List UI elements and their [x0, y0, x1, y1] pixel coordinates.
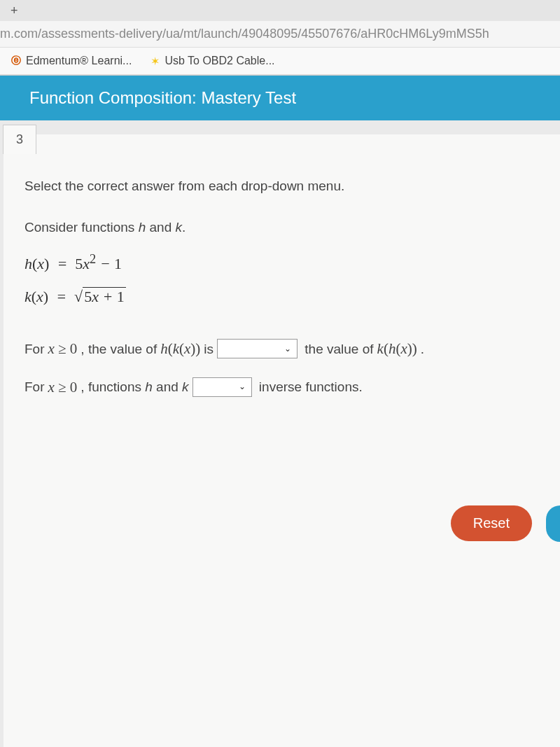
text-inverse: inverse functions. [255, 372, 363, 402]
new-tab-icon[interactable]: + [4, 4, 25, 18]
bookmark-label: Edmentum® Learni... [26, 55, 132, 67]
browser-tab-bar: + [0, 0, 560, 21]
url-text: m.com/assessments-delivery/ua/mt/launch/… [0, 27, 560, 41]
consider-text: Consider functions h and k. [24, 218, 539, 238]
answer-line-2: For x ≥ 0 , functions h and k ⌄ inverse … [24, 371, 539, 403]
bookmark-edmentum[interactable]: ⓔ Edmentum® Learni... [10, 55, 132, 67]
page-header: Function Composition: Mastery Test [0, 76, 560, 120]
next-button[interactable] [546, 505, 560, 542]
answer-block: For x ≥ 0 , the value of h(k(x)) is ⌄ th… [24, 333, 539, 403]
url-bar[interactable]: m.com/assessments-delivery/ua/mt/launch/… [0, 21, 560, 48]
text-for: For [24, 335, 45, 364]
expr-khx: k(h(x)) [377, 333, 417, 365]
walmart-icon: ✶ [149, 55, 160, 67]
bookmarks-bar: ⓔ Edmentum® Learni... ✶ Usb To OBD2 Cabl… [0, 48, 560, 75]
condition-1: x ≥ 0 [48, 333, 78, 365]
question-number-tab: 3 [3, 125, 36, 154]
text-comma: , the value of [80, 335, 157, 364]
edmentum-icon: ⓔ [10, 55, 22, 67]
bookmark-walmart[interactable]: ✶ Usb To OBD2 Cable... [149, 55, 274, 67]
dropdown-comparison[interactable]: ⌄ [217, 339, 298, 358]
content-area: 3 Select the correct answer from each dr… [0, 120, 560, 747]
dropdown-inverse[interactable]: ⌄ [192, 377, 252, 397]
equation-k: k(x) = √5x + 1 [24, 285, 539, 308]
equation-h: h(x) = 5x2 − 1 [24, 250, 539, 275]
reset-button[interactable]: Reset [451, 505, 532, 541]
text-valueof: the value of [301, 335, 374, 364]
page-title: Function Composition: Mastery Test [29, 88, 296, 107]
chevron-down-icon: ⌄ [239, 377, 246, 396]
question-panel: 3 Select the correct answer from each dr… [4, 134, 560, 747]
condition-2: x ≥ 0 [48, 371, 78, 403]
bookmark-label: Usb To OBD2 Cable... [164, 55, 274, 67]
question-content: Select the correct answer from each drop… [4, 134, 560, 430]
text-period: . [421, 335, 424, 364]
chevron-down-icon: ⌄ [284, 340, 291, 358]
text-functions: , functions h and k [80, 372, 188, 402]
text-is: is [204, 335, 214, 364]
instruction-text: Select the correct answer from each drop… [24, 176, 539, 197]
expr-hkx: h(k(x)) [160, 333, 200, 365]
answer-line-1: For x ≥ 0 , the value of h(k(x)) is ⌄ th… [24, 333, 539, 365]
text-for2: For [24, 372, 45, 402]
